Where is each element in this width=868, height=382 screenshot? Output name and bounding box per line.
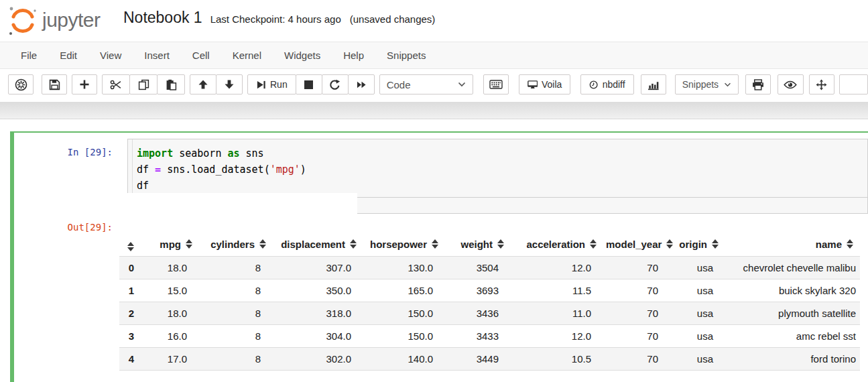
- sort-icon[interactable]: [590, 239, 597, 249]
- table-cell: ford torino: [725, 348, 860, 371]
- clipped-button[interactable]: [839, 74, 868, 94]
- column-header-weight[interactable]: weight: [445, 232, 511, 257]
- move-cell-up-button[interactable]: [190, 74, 216, 94]
- code-line[interactable]: import seaborn as sns: [137, 145, 862, 162]
- table-cell: 16.0: [142, 325, 199, 348]
- command-palette-button[interactable]: [483, 74, 509, 94]
- table-row: 218.08318.0150.0343611.070usaplymouth sa…: [119, 302, 860, 325]
- sort-icon[interactable]: [847, 239, 853, 249]
- table-cell: 3: [119, 325, 142, 348]
- column-header-model_year[interactable]: model_year: [603, 232, 670, 257]
- title-area: Notebook 1Last Checkpoint: 4 hours ago(u…: [123, 9, 435, 27]
- sort-icon[interactable]: [259, 239, 266, 249]
- column-header-acceleration[interactable]: acceleration: [511, 232, 603, 257]
- table-cell: 130.0: [363, 257, 445, 279]
- table-cell: 12.0: [511, 325, 603, 348]
- table-cell: usa: [670, 348, 725, 371]
- sort-icon[interactable]: [432, 239, 438, 249]
- input-prompt: In [29]:: [0, 147, 113, 157]
- restart-run-all-button[interactable]: [348, 74, 375, 94]
- menu-item-file[interactable]: File: [9, 42, 48, 68]
- table-cell: plymouth satellite: [725, 302, 860, 325]
- table-cell: 304.0: [273, 325, 363, 348]
- table-cell: 307.0: [273, 257, 363, 279]
- column-header-mpg[interactable]: mpg: [142, 232, 199, 257]
- nbdiff-button[interactable]: nbdiff: [580, 74, 633, 94]
- menu-item-kernel[interactable]: Kernel: [221, 42, 273, 68]
- add-cell-button[interactable]: [72, 74, 97, 94]
- sort-icon[interactable]: [127, 242, 134, 251]
- table-cell: 3449: [445, 348, 511, 371]
- run-button[interactable]: Run: [247, 74, 296, 94]
- menu-item-widgets[interactable]: Widgets: [273, 42, 332, 68]
- run-button-label: Run: [270, 79, 288, 90]
- eye-icon: [784, 80, 797, 90]
- menu-item-snippets[interactable]: Snippets: [375, 42, 437, 68]
- jupyter-wordmark[interactable]: jupyter: [42, 9, 101, 31]
- menu-item-insert[interactable]: Insert: [133, 42, 181, 68]
- column-header-index[interactable]: [119, 232, 142, 257]
- interrupt-kernel-button[interactable]: [296, 74, 322, 94]
- print-button[interactable]: [745, 74, 771, 94]
- sort-icon[interactable]: [497, 239, 504, 249]
- sort-icon[interactable]: [712, 239, 719, 249]
- table-cell: 1: [119, 279, 142, 302]
- chart-button[interactable]: [641, 74, 666, 94]
- table-cell: 2: [119, 302, 142, 325]
- paste-button[interactable]: [157, 74, 185, 94]
- cell-type-value: Code: [387, 79, 411, 90]
- notebook-title[interactable]: Notebook 1: [123, 9, 202, 26]
- save-button[interactable]: [42, 74, 67, 94]
- menu-item-edit[interactable]: Edit: [48, 42, 88, 68]
- code-editor-content[interactable]: import seaborn as snsdf = sns.load_datas…: [137, 145, 862, 194]
- copy-button[interactable]: [129, 74, 158, 94]
- table-cell: 70: [603, 325, 670, 348]
- menu-item-help[interactable]: Help: [332, 42, 375, 68]
- fast-forward-icon: [356, 80, 367, 90]
- jupyter-logo-icon[interactable]: [7, 5, 39, 37]
- table-cell: 3433: [445, 325, 511, 348]
- sort-icon[interactable]: [666, 239, 673, 249]
- circle-star-icon: [15, 78, 27, 91]
- column-label: weight: [461, 239, 493, 250]
- cell-type-select[interactable]: Code: [379, 74, 473, 94]
- table-row: 417.08302.0140.0344910.570usaford torino: [119, 348, 860, 371]
- table-cell: 10.5: [511, 348, 603, 371]
- move-button[interactable]: [809, 74, 834, 94]
- selected-cell-indicator: [10, 131, 14, 382]
- menu-item-cell[interactable]: Cell: [181, 42, 221, 68]
- table-cell: 3504: [445, 257, 511, 279]
- table-cell: 11.0: [511, 302, 603, 325]
- widgets-settings-button[interactable]: [8, 74, 34, 94]
- column-header-displacement[interactable]: displacement: [273, 232, 363, 257]
- table-cell: 0: [119, 257, 142, 279]
- scissors-icon: [110, 79, 122, 90]
- sort-icon[interactable]: [186, 239, 192, 249]
- column-header-horsepower[interactable]: horsepower: [363, 232, 445, 257]
- snippets-select[interactable]: Snippets: [675, 74, 739, 94]
- voila-button[interactable]: Voila: [519, 74, 571, 94]
- arrow-up-icon: [198, 79, 208, 90]
- column-label: origin: [679, 239, 707, 250]
- output-overlay-panel: [125, 193, 357, 232]
- table-cell: 350.0: [273, 279, 363, 302]
- table-cell: usa: [670, 279, 725, 302]
- table-cell: 12.0: [511, 257, 603, 279]
- preview-button[interactable]: [778, 74, 804, 94]
- cut-button[interactable]: [102, 74, 130, 94]
- move-cell-down-button[interactable]: [216, 74, 243, 94]
- menu-item-view[interactable]: View: [88, 42, 133, 68]
- run-button-group: Run: [247, 74, 375, 94]
- code-line[interactable]: df = sns.load_dataset('mpg'): [137, 162, 862, 178]
- unsaved-changes-text: (unsaved changes): [350, 13, 436, 25]
- column-header-name[interactable]: name: [725, 232, 860, 257]
- sort-icon[interactable]: [350, 239, 357, 249]
- column-header-origin[interactable]: origin: [670, 232, 725, 257]
- table-cell: 8: [199, 348, 273, 371]
- code-line[interactable]: df: [137, 178, 862, 194]
- column-header-cylinders[interactable]: cylinders: [199, 232, 273, 257]
- restart-kernel-button[interactable]: [322, 74, 349, 94]
- table-cell: 15.0: [142, 279, 199, 302]
- column-label: cylinders: [210, 239, 255, 250]
- column-label: horsepower: [370, 239, 427, 250]
